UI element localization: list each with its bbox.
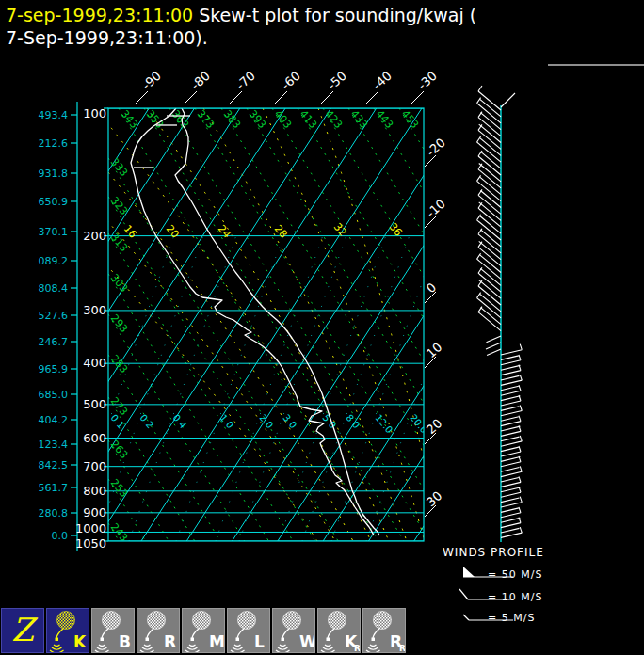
- wind-barb: [501, 523, 521, 528]
- dry-adiabat-line: [108, 197, 315, 541]
- toolbar-button-k-r[interactable]: KR: [317, 608, 361, 653]
- wind-barb: [501, 422, 521, 426]
- radiosonde-icon: RR: [363, 609, 405, 652]
- height-label: 493.4: [39, 109, 69, 121]
- wind-barb-hook: [519, 385, 521, 391]
- wind-barb: [501, 518, 520, 522]
- wind-barb: [501, 503, 522, 507]
- isotherm-tick-top: [184, 91, 197, 104]
- height-label: 527.6: [39, 310, 69, 322]
- wind-barb-hook: [520, 497, 522, 503]
- wind-barb: [501, 482, 521, 487]
- isotherm-tick-top: [320, 91, 333, 104]
- dry-adiabat-label-top: 403: [272, 108, 294, 131]
- wind-barb: [501, 365, 520, 370]
- toolbar-button-r[interactable]: R: [137, 608, 180, 653]
- radiosonde-icon: W: [273, 609, 314, 652]
- wind-barb-hook: [520, 466, 522, 471]
- wind-barb-hook: [519, 507, 521, 513]
- plot-area: 3333233133032932832732632532433433533633…: [0, 108, 644, 544]
- toolbar-button-w[interactable]: W: [272, 608, 315, 653]
- wind-barb: [501, 478, 519, 483]
- wind-barb: [501, 360, 521, 365]
- toolbar-button-z[interactable]: Z: [1, 608, 44, 653]
- moist-adiabat-line: [95, 108, 371, 541]
- toolbar-button-m[interactable]: M: [182, 608, 225, 653]
- wind-barb-hook: [478, 267, 482, 273]
- isotherm-tick-top: [229, 91, 242, 104]
- toolbar-button-sublabel: R: [399, 644, 405, 652]
- radiosonde-icon: L: [228, 609, 269, 652]
- wind-barb-hook: [519, 476, 521, 482]
- height-label: 404.2: [39, 414, 69, 426]
- wind-barb: [501, 533, 522, 537]
- wind-barb-hook: [477, 215, 481, 220]
- wind-barb: [501, 492, 521, 497]
- pressure-label: 500: [83, 397, 106, 411]
- dry-adiabat-line: [348, 108, 608, 541]
- dry-adiabat-line: [108, 158, 338, 541]
- isotherm-label-top: -70: [233, 69, 258, 92]
- toolbar-button-r-r[interactable]: RR: [362, 608, 406, 653]
- wind-barb: [501, 401, 521, 406]
- wind-barb-hook: [520, 527, 522, 533]
- wind-barb: [501, 417, 519, 422]
- dry-adiabat-label-left: 333: [108, 156, 130, 179]
- dry-adiabat-label-top: 383: [221, 108, 243, 131]
- isotherm-line: [233, 108, 513, 541]
- dry-adiabat-line: [169, 108, 429, 541]
- isotherm-line: [505, 108, 644, 541]
- height-label: 965.9: [39, 363, 69, 375]
- toolbar-button-label: K: [73, 632, 87, 651]
- wind-barb-hook: [478, 151, 482, 156]
- wind-barb: [501, 371, 521, 375]
- wind-barb: [501, 386, 519, 391]
- wind-barb-hook: [520, 375, 522, 380]
- wind-barb: [501, 426, 520, 431]
- isotherm-line: [0, 108, 195, 541]
- wind-barb: [501, 396, 520, 401]
- toolbar-button-label: W: [299, 632, 314, 651]
- toolbar-button-b[interactable]: B: [91, 608, 135, 653]
- toolbar-button-sublabel: R: [354, 644, 360, 652]
- dry-adiabat-label-left: 243: [108, 521, 130, 544]
- isotherm-line: [414, 108, 644, 541]
- dry-adiabat-label-top: 373: [195, 108, 217, 131]
- moist-adiabat-line: [263, 108, 425, 541]
- pressure-label: 1050: [75, 536, 106, 551]
- radiosonde-icon: R: [137, 609, 179, 652]
- radiosonde-icon: K: [47, 609, 89, 652]
- height-label: 650.9: [39, 196, 69, 208]
- wind-barb: [486, 336, 501, 343]
- dry-adiabat-label-top: 393: [247, 108, 268, 131]
- isotherm-tick-top: [135, 91, 148, 104]
- isotherm-label-top: -60: [279, 69, 303, 92]
- mixing-ratio-line: [176, 235, 283, 541]
- isotherm-tick-top: [274, 91, 287, 104]
- wind-barb: [501, 380, 522, 385]
- toolbar-button-label: R: [164, 632, 176, 651]
- isotherm-label-top: -40: [370, 69, 394, 92]
- wind-barb: [501, 431, 521, 436]
- isotherm-line: [368, 108, 644, 541]
- isotherm-label-right: 20: [424, 416, 444, 437]
- wind-barb: [501, 375, 520, 380]
- wind-barb-hook: [520, 436, 522, 441]
- winds-profile: [477, 86, 523, 542]
- dry-adiabat-label-left: 323: [108, 195, 130, 217]
- wind-barb-hook: [478, 86, 482, 91]
- wind-barb: [501, 350, 522, 355]
- z-script-icon: Z: [2, 609, 43, 650]
- toolbar-button-l[interactable]: L: [227, 608, 270, 653]
- wind-barb: [501, 487, 520, 492]
- mixing-ratio-label: 3.0: [281, 412, 298, 430]
- moist-adiabat-label: 20: [164, 223, 182, 241]
- mixing-ratio-label: 0.4: [170, 412, 188, 430]
- wind-barb: [501, 498, 520, 503]
- dry-adiabat-label-top: 433: [348, 108, 370, 131]
- wind-barb-hook: [519, 416, 521, 422]
- isotherm-label-right: 30: [424, 488, 444, 509]
- pressure-label: 400: [83, 356, 106, 370]
- wind-barb-hook: [477, 175, 481, 181]
- toolbar-button-k[interactable]: K: [46, 608, 89, 653]
